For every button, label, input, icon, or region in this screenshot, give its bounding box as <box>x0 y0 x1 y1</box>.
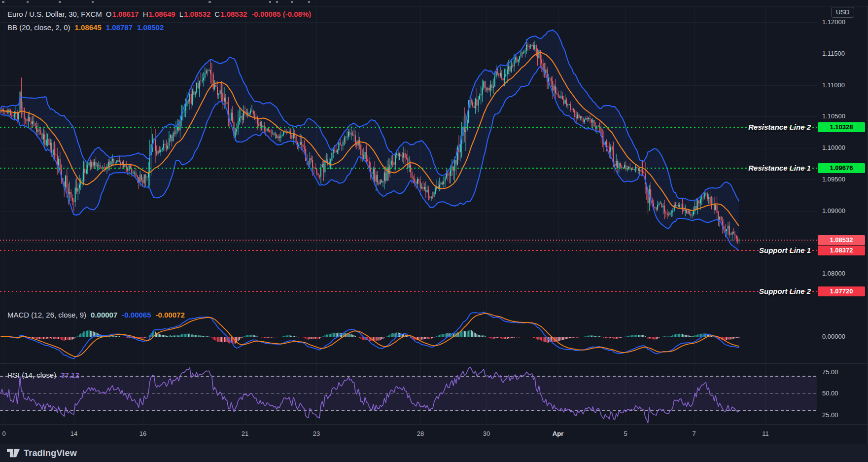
indicator-value: 1.08645 <box>75 23 102 32</box>
level-price-badge-3: 1.08372 <box>818 246 865 255</box>
legend-bb-row[interactable]: BB (20, close, 2, 0)1.086451.087871.0850… <box>7 23 164 33</box>
tradingview-chart-window: Resistance Line 2Resistance Line 1Suppor… <box>0 0 868 462</box>
level-price-badge-0: 1.10328 <box>818 122 865 132</box>
time-axis-label: 21 <box>242 430 248 437</box>
price-scale-label: 1.09000 <box>822 207 845 215</box>
rsi-scale-label: 25.00 <box>822 411 838 419</box>
ohlc-token-o: O1.08617 <box>106 10 139 18</box>
level-price-badge-4: 1.07720 <box>818 286 865 296</box>
indicator-value: -0.00072 <box>156 311 185 319</box>
rsi-scale-label: 50.00 <box>822 390 838 397</box>
clipped-text-fragment <box>308 1 310 3</box>
time-axis-label: 23 <box>313 430 320 437</box>
time-axis-label: 28 <box>417 430 424 437</box>
rsi-indicator-title: RSI (14, close) <box>7 371 56 379</box>
level-price-badge-1: 1.09676 <box>818 163 865 173</box>
symbol-title: Euro / U.S. Dollar, 30, FXCM <box>7 10 102 18</box>
time-axis-label: 14 <box>70 430 77 437</box>
price-scale-label: 1.11500 <box>822 50 845 58</box>
last-price-badge: 1.08532 <box>818 235 865 245</box>
clipped-text-fragment <box>208 1 211 3</box>
macd-indicator-title: MACD (12, 26, close, 9) <box>7 311 86 319</box>
tradingview-logo-text: TradingView <box>24 448 77 459</box>
price-scale-border[interactable] <box>817 6 817 444</box>
clipped-text-fragment <box>2 1 4 3</box>
time-axis-label: 11 <box>762 430 769 437</box>
bb-values: 1.086451.087871.08502 <box>70 23 164 32</box>
indicator-value: 1.08787 <box>106 23 133 32</box>
ohlc-token-h: H1.08649 <box>143 10 175 18</box>
time-axis-label: 0 <box>2 430 5 437</box>
price-scale-label: 1.11000 <box>822 81 845 89</box>
bb-indicator-title: BB (20, close, 2, 0) <box>7 23 70 32</box>
tradingview-logo-icon <box>7 448 20 459</box>
rsi-values: 37.12 <box>56 371 79 379</box>
price-scale-label: 1.12000 <box>822 18 845 26</box>
ohlc-token-c: C1.08532 <box>214 10 247 18</box>
time-axis-label: 7 <box>692 430 695 437</box>
clipped-text-fragment <box>27 1 29 3</box>
time-axis-label: Apr <box>553 430 563 437</box>
legend-rsi-row[interactable]: RSI (14, close)37.12 <box>7 371 79 381</box>
right-edge-border <box>867 6 868 444</box>
ohlc-token-l: L1.08532 <box>179 10 211 18</box>
indicator-value: 37.12 <box>61 371 79 379</box>
indicator-value: 1.08502 <box>137 23 164 32</box>
legend-macd-row[interactable]: MACD (12, 26, close, 9)0.00007-0.00065-0… <box>7 311 185 320</box>
legend-symbol-row[interactable]: Euro / U.S. Dollar, 30, FXCMO1.08617H1.0… <box>7 10 311 20</box>
indicator-value: 0.00007 <box>91 311 117 319</box>
price-scale-label: 1.08000 <box>822 270 845 278</box>
ohlc-values: O1.08617H1.08649L1.08532C1.08532 <box>102 10 247 18</box>
clipped-text-fragment <box>291 1 293 3</box>
price-scale-label: 1.10500 <box>822 112 845 120</box>
scales-layer: 0141621232830Apr57111.103281.096761.0853… <box>0 0 868 462</box>
macd-pane-separator[interactable] <box>0 302 868 302</box>
tradingview-logo[interactable]: TradingView <box>7 448 77 459</box>
macd-scale-label: 0.00000 <box>822 333 845 341</box>
pane-top-border <box>0 6 868 6</box>
rsi-scale-label: 75.00 <box>822 368 838 376</box>
clipped-text-fragment <box>269 1 271 3</box>
price-scale-label: 1.09500 <box>822 176 845 183</box>
clipped-text-fragment <box>276 1 278 3</box>
time-axis-top-border <box>0 424 868 425</box>
time-axis-label: 5 <box>624 430 627 437</box>
price-scale-label: 1.10000 <box>822 144 845 152</box>
bottom-bar: TradingView <box>0 444 868 462</box>
time-axis-label: 16 <box>139 430 146 437</box>
price-change: -0.00085 (-0.08%) <box>251 10 311 18</box>
macd-values: 0.00007-0.00065-0.00072 <box>86 311 185 319</box>
rsi-pane-separator[interactable] <box>0 363 868 364</box>
indicator-value: -0.00065 <box>122 311 151 319</box>
clipped-text-fragment <box>92 1 94 3</box>
time-axis-label: 30 <box>483 430 490 437</box>
clipped-text-fragment <box>59 1 61 3</box>
